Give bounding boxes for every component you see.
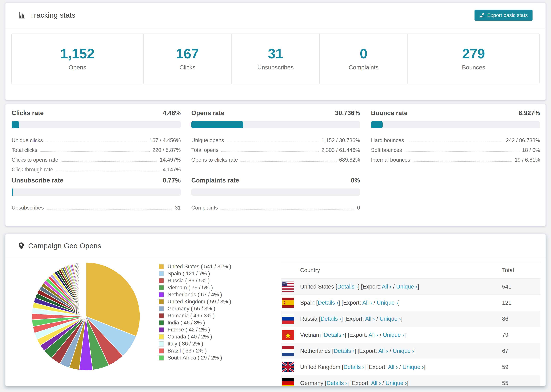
rates-card: Clicks rate 4.46% Unique clicks 167 / 4.… (5, 104, 546, 226)
export-basic-stats-button[interactable]: Export basic stats (474, 10, 532, 21)
export-unique-link[interactable]: Unique › (386, 380, 407, 386)
stat-value: 0 (360, 47, 367, 61)
summary-stat-cell: 31 Unsubscribes (232, 34, 320, 84)
rate-row-label: Total clicks (12, 147, 37, 153)
country-total: 541 (502, 283, 540, 290)
table-row: United Kingdom [Details ›] [Export: All … (281, 359, 540, 375)
country-flag-icon (281, 378, 300, 386)
map-pin-icon (19, 242, 24, 250)
dotted-leader (405, 151, 519, 152)
export-all-link[interactable]: All › (378, 348, 388, 354)
details-link[interactable]: Details › (326, 380, 347, 386)
export-unique-link[interactable]: Unique › (380, 315, 401, 322)
rate-detail-row: Unique clicks 167 / 4.456% (12, 134, 181, 143)
country-name: Russia (300, 315, 319, 322)
rate-row-value: 18 / 0% (522, 147, 540, 153)
country-flag-icon (281, 362, 300, 372)
legend-label: United Kingdom ( 59 / 3% ) (168, 299, 231, 305)
legend-label: Russia ( 86 / 5% ) (168, 278, 210, 284)
geo-header-divider (6, 258, 545, 258)
export-all-link[interactable]: All › (365, 315, 375, 322)
details-link[interactable]: Details › (337, 283, 358, 290)
rate-value: 0% (351, 177, 360, 184)
rate-progress-bar (12, 121, 181, 128)
rate-row-label: Opens to clicks rate (191, 157, 238, 163)
dotted-leader (221, 209, 354, 210)
legend-label: France ( 42 / 2% ) (168, 327, 210, 333)
rate-title: Unsubscribe rate (12, 177, 63, 184)
export-unique-link[interactable]: Unique › (396, 283, 417, 290)
rate-row-label: Hard bounces (371, 137, 404, 143)
rate-row-value: 220 / 5.87% (152, 147, 181, 153)
export-unique-link[interactable]: Unique › (393, 348, 414, 354)
geo-table-body: United States [Details ›] [Export: All ›… (281, 279, 540, 386)
export-icon (479, 13, 484, 18)
rate-row-value: 19 / 6.81% (515, 157, 540, 163)
dotted-leader (221, 151, 319, 152)
rate-title: Opens rate (191, 109, 224, 117)
legend-item: India ( 46 / 3% ) (159, 319, 231, 326)
export-button-label: Export basic stats (487, 12, 528, 18)
legend-color-chip (159, 271, 164, 276)
details-link[interactable]: Details › (334, 348, 354, 354)
rate-row-value: 167 / 4.456% (149, 137, 181, 143)
export-unique-link[interactable]: Unique › (403, 364, 424, 370)
rate-row-label: Soft bounces (371, 147, 402, 153)
geo-title: Campaign Geo Opens (28, 242, 101, 250)
legend-color-chip (159, 292, 164, 297)
rate-title: Complaints rate (191, 177, 239, 184)
rate-detail-row: Soft bounces 18 / 0% (371, 143, 540, 153)
country-name: United Kingdom (300, 364, 342, 370)
details-link[interactable]: Details › (343, 364, 364, 370)
legend-color-chip (159, 278, 164, 283)
country-total: 86 (502, 315, 540, 322)
table-row: Germany [Details ›] [Export: All › / Uni… (281, 375, 540, 386)
geo-opens-card: Campaign Geo Opens United States ( 541 /… (5, 234, 546, 386)
country-flag-icon (281, 314, 300, 324)
rate-title: Bounce rate (371, 109, 408, 117)
export-unique-link[interactable]: Unique › (377, 300, 398, 306)
rate-value: 4.46% (163, 109, 181, 117)
details-link[interactable]: Details › (324, 332, 345, 338)
rate-row-label: Unique clicks (12, 137, 43, 143)
export-unique-link[interactable]: Unique › (383, 332, 404, 338)
summary-stat-cell: 0 Complaints (320, 34, 408, 84)
country-name: United States (300, 283, 336, 290)
export-all-link[interactable]: All › (388, 364, 398, 370)
export-all-link[interactable]: All › (368, 332, 378, 338)
rate-row-value: 31 (175, 205, 181, 211)
rate-row-label: Internal bounces (371, 157, 410, 163)
legend-color-chip (159, 348, 164, 354)
export-all-link[interactable]: All › (362, 300, 372, 306)
country-total: 55 (502, 380, 540, 386)
dotted-leader (46, 142, 147, 142)
geo-table: Country Total United States [Details ›] … (281, 262, 540, 386)
rate-detail-row: Hard bounces 242 / 86.738% (371, 134, 540, 143)
tracking-stats-card: Tracking stats Export basic stats 1,152 … (5, 2, 546, 100)
export-all-link[interactable]: All › (382, 283, 391, 290)
rate-row-label: Clicks to opens rate (12, 157, 58, 163)
legend-color-chip (159, 264, 164, 269)
legend-color-chip (159, 285, 164, 290)
rate-row-label: Unique opens (191, 137, 224, 143)
legend-color-chip (159, 327, 164, 332)
export-all-link[interactable]: All › (371, 380, 381, 386)
dotted-leader (240, 161, 336, 162)
table-row: United States [Details ›] [Export: All ›… (281, 279, 540, 294)
details-link[interactable]: Details › (320, 315, 341, 322)
legend-label: Romania ( 49 / 3% ) (168, 313, 215, 319)
country-total: 59 (502, 364, 540, 370)
rate-row-label: Complaints (191, 205, 218, 211)
dotted-leader (227, 142, 319, 142)
rate-row-value: 2,303 / 61.446% (321, 147, 360, 153)
legend-color-chip (159, 341, 164, 347)
legend-item: Brazil ( 33 / 2% ) (159, 347, 231, 354)
summary-stat-cell: 167 Clicks (144, 34, 232, 84)
country-flag-icon (281, 298, 300, 308)
summary-stats: 1,152 Opens 167 Clicks 31 Unsubscribes 0… (11, 34, 540, 84)
details-link[interactable]: Details › (318, 300, 339, 306)
rate-row-value: 4.147% (163, 167, 181, 173)
rate-detail-row: Opens to clicks rate 689.82% (191, 153, 360, 163)
bar-chart-icon (19, 12, 26, 19)
rate-panel: Clicks rate 4.46% Unique clicks 167 / 4.… (12, 109, 181, 173)
